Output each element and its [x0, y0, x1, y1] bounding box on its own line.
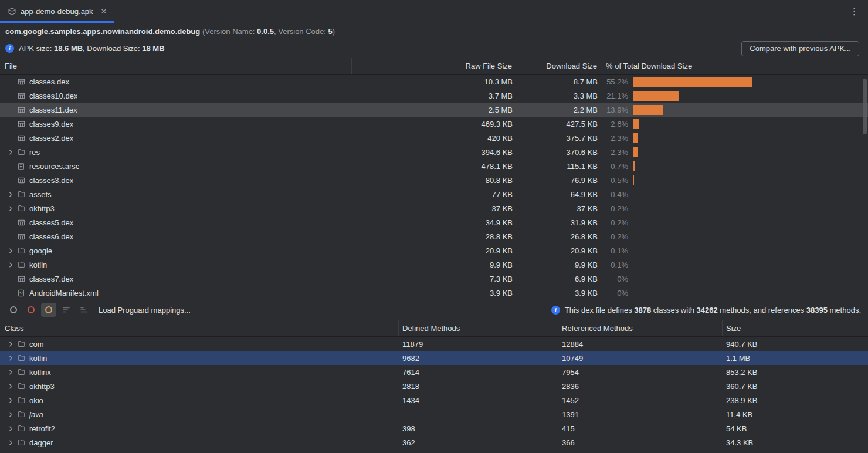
- file-cell: assets: [0, 187, 352, 201]
- class-row[interactable]: okio14341452238.9 KB: [0, 393, 868, 407]
- column-defined-methods[interactable]: Defined Methods: [399, 320, 558, 336]
- methods-ring-icon: [28, 306, 35, 313]
- column-file[interactable]: File: [0, 58, 352, 74]
- file-row[interactable]: AndroidManifest.xml3.9 KB3.9 KB0%: [0, 286, 868, 300]
- class-cell: com: [0, 337, 399, 351]
- file-row[interactable]: okhttp337 KB37 KB0.2%: [0, 201, 868, 215]
- download-size: 64.9 KB: [516, 187, 601, 201]
- raw-file-size: 2.5 MB: [352, 103, 516, 117]
- column-referenced-methods[interactable]: Referenced Methods: [558, 320, 723, 336]
- chevron-right-icon[interactable]: [5, 191, 16, 198]
- column-raw-file-size[interactable]: Raw File Size: [352, 58, 516, 74]
- file-row[interactable]: assets77 KB64.9 KB0.4%: [0, 187, 868, 201]
- file-name: classes3.dex: [29, 176, 73, 185]
- referenced-methods: 1452: [558, 393, 723, 407]
- file-cell: res: [0, 145, 352, 159]
- dex-icon: [16, 133, 26, 143]
- collapse-nodes-button[interactable]: [76, 303, 91, 317]
- dex-toolbar: Load Proguard mappings... i This dex fil…: [0, 300, 868, 320]
- pct-of-total: 0.1%: [601, 258, 632, 272]
- class-row[interactable]: dagger36236634.3 KB: [0, 435, 868, 449]
- show-fields-toggle[interactable]: [6, 303, 21, 317]
- expand-nodes-button[interactable]: [59, 303, 74, 317]
- file-row[interactable]: classes7.dex7.3 KB6.9 KB0%: [0, 272, 868, 286]
- referenced-methods: 10749: [558, 351, 723, 365]
- file-row[interactable]: resources.arsc478.1 KB115.1 KB0.7%: [0, 159, 868, 173]
- download-size: 3.9 KB: [516, 286, 601, 300]
- pct-of-total: 0.7%: [601, 159, 632, 173]
- more-options-icon[interactable]: ⋮: [850, 6, 859, 17]
- file-cell: classes7.dex: [0, 272, 352, 286]
- raw-file-size: 469.3 KB: [352, 117, 516, 131]
- raw-file-size: 420 KB: [352, 131, 516, 145]
- dex-summary: i This dex file defines 3878 classes wit…: [551, 306, 862, 315]
- chevron-right-icon[interactable]: [5, 205, 16, 212]
- chevron-right-icon[interactable]: [5, 341, 16, 347]
- file-row[interactable]: classes2.dex420 KB375.7 KB2.3%: [0, 131, 868, 145]
- download-bar: [633, 232, 633, 242]
- file-cell: classes6.dex: [0, 229, 352, 244]
- file-cell: classes10.dex: [0, 89, 352, 103]
- download-bar: [633, 77, 752, 87]
- file-row[interactable]: classes5.dex34.9 KB31.9 KB0.2%: [0, 215, 868, 229]
- file-row[interactable]: classes.dex10.3 MB8.7 MB55.2%: [0, 75, 868, 89]
- class-cell: okio: [0, 393, 399, 407]
- chevron-right-icon[interactable]: [5, 397, 16, 404]
- pct-of-total: 0.4%: [601, 187, 632, 201]
- class-cell: kotlinx: [0, 365, 399, 379]
- tab-app-demo-debug-apk[interactable]: app-demo-debug.apk ✕: [0, 0, 114, 23]
- show-methods-toggle[interactable]: [23, 303, 39, 317]
- show-all-classes-toggle[interactable]: [41, 303, 56, 317]
- file-name: kotlin: [29, 261, 47, 269]
- close-tab-icon[interactable]: ✕: [101, 8, 107, 15]
- referenced-methods: 415: [558, 421, 723, 435]
- class-row[interactable]: com1187912884940.7 KB: [0, 337, 868, 351]
- class-row[interactable]: kotlin9682107491.1 MB: [0, 351, 868, 365]
- chevron-right-icon[interactable]: [5, 425, 16, 432]
- file-row[interactable]: classes9.dex469.3 KB427.5 KB2.6%: [0, 117, 868, 131]
- file-row[interactable]: classes11.dex2.5 MB2.2 MB13.9%: [0, 103, 868, 117]
- file-row[interactable]: google20.9 KB20.9 KB0.1%: [0, 244, 868, 258]
- pct-of-total: 0.2%: [601, 229, 632, 244]
- chevron-right-icon[interactable]: [5, 411, 16, 418]
- chevron-right-icon[interactable]: [5, 383, 16, 390]
- dex-icon: [16, 175, 26, 185]
- file-row[interactable]: res394.6 KB370.6 KB2.3%: [0, 145, 868, 159]
- file-name: okhttp3: [29, 204, 55, 213]
- chevron-right-icon[interactable]: [5, 248, 16, 254]
- download-bar-cell: [632, 117, 868, 131]
- file-cell: okhttp3: [0, 201, 352, 215]
- referenced-methods: 366: [558, 435, 723, 449]
- chevron-right-icon[interactable]: [5, 440, 16, 446]
- column-pct-of-total[interactable]: % of Total Download Size: [601, 58, 868, 74]
- apk-size-value: 18.6 MB: [54, 44, 83, 53]
- pct-of-total: 0.2%: [601, 201, 632, 215]
- chevron-right-icon[interactable]: [5, 149, 16, 155]
- load-proguard-mappings-button[interactable]: Load Proguard mappings...: [99, 306, 191, 315]
- chevron-right-icon[interactable]: [5, 369, 16, 376]
- pct-of-total: 2.3%: [601, 145, 632, 159]
- raw-file-size: 37 KB: [352, 201, 516, 215]
- download-bar-cell: [632, 187, 868, 201]
- file-row[interactable]: classes10.dex3.7 MB3.3 MB21.1%: [0, 89, 868, 103]
- download-bar-cell: [632, 286, 868, 300]
- download-bar: [633, 218, 633, 228]
- column-size[interactable]: Size: [723, 320, 868, 336]
- file-row[interactable]: kotlin9.9 KB9.9 KB0.1%: [0, 258, 868, 272]
- column-class[interactable]: Class: [0, 320, 399, 336]
- column-download-size[interactable]: Download Size: [516, 58, 601, 74]
- apk-size-line: i APK size: 18.6 MB, Download Size: 18 M…: [0, 39, 868, 58]
- folder-icon: [16, 147, 26, 157]
- class-row[interactable]: retrofit239841554 KB: [0, 421, 868, 435]
- class-row[interactable]: okhttp328182836360.7 KB: [0, 379, 868, 393]
- chevron-right-icon[interactable]: [5, 355, 16, 361]
- class-row[interactable]: kotlinx76147954853.2 KB: [0, 365, 868, 379]
- vertical-scrollbar[interactable]: [863, 79, 867, 134]
- file-row[interactable]: classes6.dex28.8 KB26.8 KB0.2%: [0, 229, 868, 244]
- file-row[interactable]: classes3.dex80.8 KB76.9 KB0.5%: [0, 173, 868, 187]
- compare-with-previous-apk-button[interactable]: Compare with previous APK...: [741, 41, 859, 56]
- download-size: 31.9 KB: [516, 215, 601, 229]
- files-table-body: classes.dex10.3 MB8.7 MB55.2%classes10.d…: [0, 75, 868, 300]
- class-row[interactable]: java139111.4 KB: [0, 407, 868, 421]
- chevron-right-icon[interactable]: [5, 262, 16, 268]
